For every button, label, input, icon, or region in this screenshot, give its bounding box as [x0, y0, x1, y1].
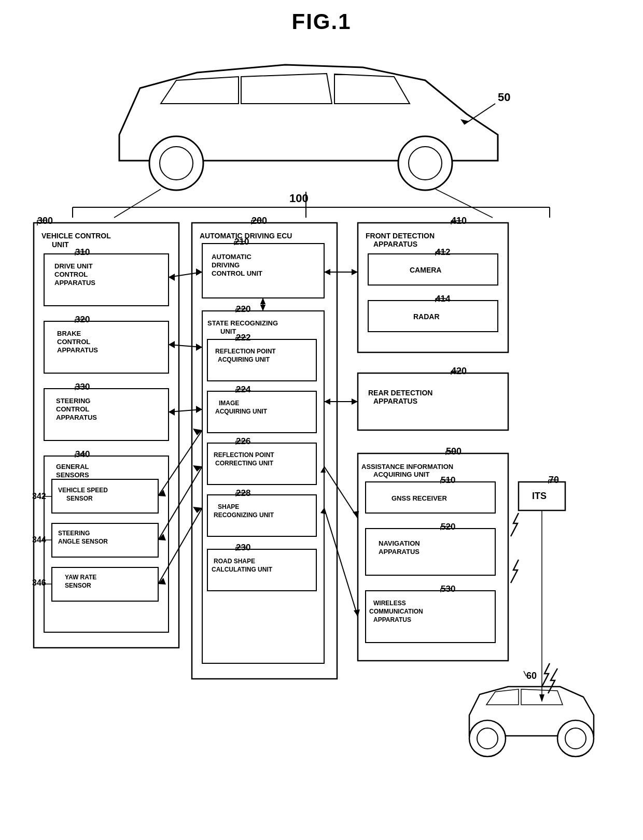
svg-marker-175: [169, 341, 175, 348]
svg-text:330: 330: [75, 382, 90, 392]
svg-rect-42: [44, 456, 169, 632]
svg-rect-133: [358, 453, 508, 661]
svg-text:412: 412: [436, 247, 450, 257]
svg-point-0: [149, 136, 203, 190]
svg-text:500: 500: [446, 446, 462, 457]
svg-line-14: [436, 189, 493, 218]
svg-text:410: 410: [451, 216, 467, 226]
svg-text:ASSISTANCE INFORMATION: ASSISTANCE INFORMATION: [361, 463, 453, 471]
svg-text:ANGLE SENSOR: ANGLE SENSOR: [58, 538, 108, 545]
svg-marker-196: [324, 398, 330, 405]
svg-marker-187: [158, 578, 166, 585]
svg-rect-139: [366, 482, 495, 513]
svg-rect-63: [192, 223, 337, 679]
svg-point-1: [160, 147, 193, 180]
svg-line-197: [324, 466, 358, 518]
svg-text:320: 320: [75, 315, 90, 324]
svg-line-13: [114, 189, 161, 218]
svg-text:CONTROL: CONTROL: [57, 338, 90, 346]
svg-text:AUTOMATIC: AUTOMATIC: [212, 253, 251, 261]
svg-text:ITS: ITS: [532, 491, 547, 501]
svg-text:226: 226: [236, 436, 250, 446]
svg-text:STEERING: STEERING: [56, 397, 90, 405]
svg-rect-48: [52, 479, 158, 513]
svg-text:APPARATUS: APPARATUS: [373, 397, 417, 405]
svg-line-170: [169, 272, 202, 277]
svg-line-173: [169, 345, 202, 347]
svg-text:420: 420: [451, 366, 467, 376]
svg-text:342: 342: [32, 492, 46, 501]
svg-line-176: [169, 409, 202, 412]
svg-text:520: 520: [441, 522, 455, 532]
svg-text:CONTROL UNIT: CONTROL UNIT: [212, 269, 262, 277]
svg-rect-21: [44, 254, 169, 306]
svg-marker-192: [352, 269, 358, 275]
svg-point-166: [557, 720, 594, 757]
svg-text:50: 50: [498, 91, 510, 104]
svg-marker-204: [260, 305, 265, 311]
svg-marker-6: [460, 119, 469, 124]
svg-text:UNIT: UNIT: [220, 328, 236, 335]
svg-marker-205: [260, 298, 265, 304]
svg-text:SHAPE: SHAPE: [218, 503, 239, 510]
svg-text:DRIVE UNIT: DRIVE UNIT: [54, 262, 93, 270]
svg-text:COMMUNICATION: COMMUNICATION: [369, 608, 423, 615]
svg-text:210: 210: [234, 237, 249, 247]
svg-text:224: 224: [236, 385, 251, 394]
svg-text:344: 344: [32, 535, 46, 544]
svg-text:414: 414: [436, 294, 451, 304]
svg-line-5: [464, 104, 495, 124]
svg-text:APPARATUS: APPARATUS: [54, 279, 95, 287]
svg-text:SENSOR: SENSOR: [66, 495, 93, 502]
svg-text:RADAR: RADAR: [413, 312, 440, 321]
svg-point-164: [469, 720, 506, 757]
svg-text:ACQUIRING UNIT: ACQUIRING UNIT: [215, 408, 268, 415]
svg-point-165: [477, 728, 498, 749]
svg-rect-58: [52, 567, 158, 601]
svg-text:APPARATUS: APPARATUS: [373, 240, 417, 248]
svg-marker-184: [158, 534, 166, 540]
svg-line-179: [158, 430, 202, 496]
svg-text:100: 100: [289, 192, 309, 205]
svg-text:GNSS RECEIVER: GNSS RECEIVER: [392, 494, 448, 502]
svg-rect-75: [202, 311, 324, 663]
svg-rect-53: [52, 523, 158, 557]
svg-text:UNIT: UNIT: [52, 240, 69, 249]
svg-marker-186: [193, 507, 202, 513]
svg-marker-180: [193, 429, 202, 435]
svg-marker-169: [539, 694, 544, 702]
svg-text:220: 220: [236, 304, 250, 314]
svg-text:228: 228: [236, 488, 250, 498]
svg-text:APPARATUS: APPARATUS: [379, 548, 420, 556]
svg-rect-68: [202, 244, 324, 298]
svg-line-163: [524, 671, 526, 676]
svg-marker-189: [260, 305, 265, 311]
svg-text:CAMERA: CAMERA: [410, 266, 441, 274]
svg-text:60: 60: [526, 671, 537, 681]
svg-marker-178: [169, 408, 175, 416]
svg-text:CALCULATING UNIT: CALCULATING UNIT: [212, 566, 273, 573]
svg-text:ROAD SHAPE: ROAD SHAPE: [214, 558, 255, 565]
svg-text:FRONT DETECTION: FRONT DETECTION: [366, 232, 435, 240]
svg-marker-174: [196, 344, 202, 351]
svg-text:CONTROL: CONTROL: [56, 405, 89, 413]
svg-rect-35: [44, 389, 169, 440]
svg-text:VEHICLE SPEED: VEHICLE SPEED: [58, 487, 108, 494]
svg-rect-117: [368, 254, 498, 285]
svg-line-182: [158, 466, 202, 540]
svg-text:SENSOR: SENSOR: [65, 582, 91, 589]
svg-text:70: 70: [549, 475, 559, 485]
fig-title: FIG.1: [0, 0, 643, 34]
svg-text:346: 346: [32, 578, 46, 587]
svg-rect-105: [207, 549, 316, 591]
svg-text:APPARATUS: APPARATUS: [57, 346, 98, 354]
svg-text:GENERAL: GENERAL: [56, 463, 89, 471]
svg-text:530: 530: [441, 584, 455, 594]
svg-marker-202: [320, 508, 326, 514]
svg-text:STATE RECOGNIZING: STATE RECOGNIZING: [207, 319, 278, 327]
svg-text:DRIVING: DRIVING: [212, 261, 240, 269]
svg-marker-172: [169, 274, 175, 281]
svg-text:222: 222: [236, 333, 250, 343]
svg-text:REAR DETECTION: REAR DETECTION: [368, 389, 432, 397]
svg-text:BRAKE: BRAKE: [57, 330, 81, 337]
